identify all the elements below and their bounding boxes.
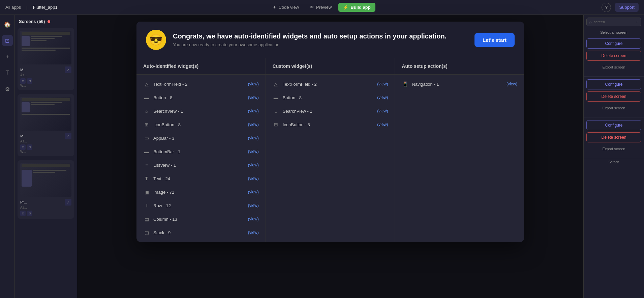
iconbutton-icon: ⊞ <box>143 121 150 128</box>
text-view-link[interactable]: (view) <box>248 176 259 181</box>
screens-title: Screens (56) <box>19 19 45 24</box>
code-view-label: Code view <box>278 5 299 10</box>
export-screen-button-2[interactable]: Export screen <box>586 104 641 112</box>
search-add-icon[interactable]: + <box>636 20 638 24</box>
navigation-view-link[interactable]: (view) <box>507 82 517 86</box>
sidebar-screens-icon[interactable]: ⊡ <box>2 35 13 46</box>
sidebar-text-icon[interactable]: T <box>2 67 13 78</box>
widget-icon-5: ⊡ <box>20 211 26 216</box>
export-screen-button-1[interactable]: Export screen <box>586 63 641 72</box>
auto-actions-col: Auto setup action(s) 📱 Navigation - 1 (v… <box>395 58 524 242</box>
delete-screen-button-3[interactable]: Delete screen <box>586 132 641 142</box>
sidebar-plus-icon[interactable]: ＋ <box>2 51 13 62</box>
screen-card-1[interactable]: M... ⤢ As... ⊡ ⊡ W... <box>18 28 74 90</box>
configure-button-3[interactable]: Configure <box>586 120 641 130</box>
stack-view-link[interactable]: (view) <box>248 230 259 235</box>
searchview-icon: ⌕ <box>143 108 150 114</box>
auto-identified-col: Auto-Identified widget(s) △ TextFormFiel… <box>136 58 266 242</box>
stack-name: Stack - 9 <box>153 230 243 235</box>
select-all-screens[interactable]: Select all screen <box>584 29 644 36</box>
bottombar-icon: ▬ <box>143 148 150 155</box>
custom-iconbutton-view-link[interactable]: (view) <box>377 122 388 127</box>
textformfield-view-link[interactable]: (view) <box>248 82 259 86</box>
custom-widgets-col: Custom widget(s) △ TextFormField - 2 (vi… <box>266 58 395 242</box>
searchview-view-link[interactable]: (view) <box>248 109 259 113</box>
configure-button-2[interactable]: Configure <box>586 79 641 89</box>
screen-search[interactable]: ⌕ screen + <box>586 18 641 26</box>
iconbutton-view-link[interactable]: (view) <box>248 122 259 127</box>
custom-searchview-view-link[interactable]: (view) <box>377 109 388 113</box>
nav-divider: | <box>26 5 27 10</box>
text-name: Text - 24 <box>153 176 243 181</box>
row-view-link[interactable]: (view) <box>248 203 259 208</box>
stack-icon: ▢ <box>143 229 150 236</box>
custom-button-view-link[interactable]: (view) <box>377 95 388 100</box>
widget-listview: ≡ ListView - 1 (view) <box>136 158 266 172</box>
screen-expand-icon-1[interactable]: ⤢ <box>65 66 71 73</box>
widget-bottombar: ▬ BottomBar - 1 (view) <box>136 145 266 158</box>
custom-iconbutton-icon: ⊞ <box>273 121 279 128</box>
right-sidebar: ⌕ screen + Select all screen Configure D… <box>583 15 644 298</box>
screen-name-1: M... <box>20 68 26 72</box>
delete-screen-button-2[interactable]: Delete screen <box>586 91 641 102</box>
navigation-icon: 📱 <box>402 81 408 87</box>
row-icon: ⦀ <box>143 202 150 209</box>
build-icon: ⚡ <box>343 5 348 10</box>
appbar-view-link[interactable]: (view) <box>248 136 259 140</box>
custom-searchview-name: SearchView - 1 <box>283 109 373 114</box>
listview-view-link[interactable]: (view) <box>248 163 259 167</box>
screen-thumbnail-3 <box>20 163 71 197</box>
screen-expand-icon-2[interactable]: ⤢ <box>65 133 71 139</box>
widget-icon-4: ⊡ <box>27 144 32 150</box>
screen-actions-1: Configure Delete screen Export screen <box>584 36 644 77</box>
appbar-icon: ▭ <box>143 135 150 141</box>
build-app-button[interactable]: ⚡ Build app <box>338 3 375 12</box>
code-view-button[interactable]: ✦ Code view <box>269 3 303 12</box>
modal-subtitle: You are now ready to create your awesome… <box>173 42 468 47</box>
screen-thumbnail-2 <box>20 97 71 131</box>
sidebar-home-icon[interactable]: 🏠 <box>2 19 13 30</box>
screen-card-3[interactable]: Pr... ⤢ As... ⊡ ⊡ <box>18 160 74 219</box>
nav-all-apps[interactable]: All apps <box>5 5 21 10</box>
sidebar-settings-icon[interactable]: ⚙ <box>2 84 13 94</box>
help-icon: ? <box>605 5 608 10</box>
screen-expand-icon-3[interactable]: ⤢ <box>65 199 71 206</box>
widget-column: ▤ Column - 13 (view) <box>136 212 266 226</box>
delete-screen-button-1[interactable]: Delete screen <box>586 51 641 61</box>
search-icon: ⌕ <box>589 20 592 24</box>
bottombar-view-link[interactable]: (view) <box>248 149 259 154</box>
screen-card-2[interactable]: M... ⤢ As... ⊡ ⊡ W... <box>18 94 74 156</box>
custom-button-name: Button - 8 <box>283 95 373 100</box>
preview-label: Preview <box>316 5 332 10</box>
export-screen-button-3[interactable]: Export screen <box>586 144 641 153</box>
icon-sidebar: 🏠 ⊡ ＋ T ⚙ <box>0 15 15 298</box>
custom-searchview: ⌕ SearchView - 1 (view) <box>266 104 395 118</box>
configure-button-1[interactable]: Configure <box>586 38 641 49</box>
custom-iconbutton: ⊞ IconButton - 8 (view) <box>266 118 395 131</box>
custom-textformfield-view-link[interactable]: (view) <box>377 82 388 86</box>
widget-icon-1: ⊡ <box>20 78 26 84</box>
widget-icon-2: ⊡ <box>27 78 32 84</box>
widget-icon-3: ⊡ <box>20 144 26 150</box>
modal-emoji: 😎 <box>146 30 166 50</box>
screen-icons-3: ⊡ ⊡ <box>20 211 71 216</box>
support-button[interactable]: Support <box>615 3 639 12</box>
screen-thumbnail-1 <box>20 31 71 64</box>
help-button[interactable]: ? <box>602 3 611 12</box>
screen-cards: M... ⤢ As... ⊡ ⊡ W... <box>15 27 77 298</box>
preview-button[interactable]: 👁 Preview <box>306 3 336 12</box>
custom-textformfield: △ TextFormField - 2 (view) <box>266 77 395 91</box>
column-view-link[interactable]: (view) <box>248 217 259 221</box>
lets-start-button[interactable]: Let's start <box>474 33 515 47</box>
widget-textformfield: △ TextFormField - 2 (view) <box>136 77 266 91</box>
screen-actions-2: Configure Delete screen Export screen <box>584 77 644 117</box>
widget-appbar: ▭ AppBar - 3 (view) <box>136 131 266 145</box>
button-view-link[interactable]: (view) <box>248 95 259 100</box>
modal-header-text: Congrats, we have auto-identified widget… <box>173 32 468 47</box>
iconbutton-name: IconButton - 8 <box>153 122 243 127</box>
custom-searchview-icon: ⌕ <box>273 108 279 114</box>
widget-iconbutton: ⊞ IconButton - 8 (view) <box>136 118 266 131</box>
build-app-label: Build app <box>350 5 370 10</box>
image-view-link[interactable]: (view) <box>248 190 259 194</box>
modal-title: Congrats, we have auto-identified widget… <box>173 32 468 40</box>
